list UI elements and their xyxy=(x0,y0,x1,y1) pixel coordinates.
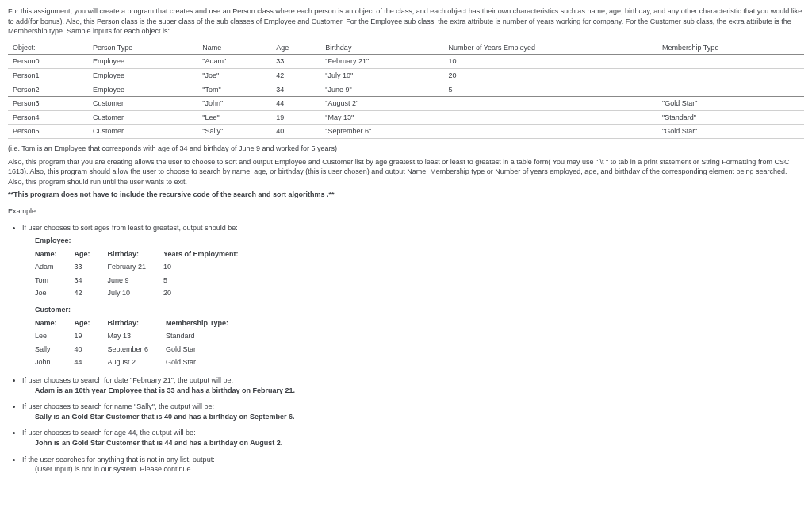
col-years: Number of Years Employed xyxy=(443,41,657,55)
table-row: Lee19May 13Standard xyxy=(35,329,246,343)
table-row: John44August 2Gold Star xyxy=(35,356,246,369)
bullet-text: If user chooses to search for date "Febr… xyxy=(22,376,233,384)
table-row: Sally40September 6Gold Star xyxy=(35,343,246,356)
table-row: Person4Customer"Lee"19"May 13""Standard" xyxy=(8,110,804,125)
bullet-sort: If user chooses to sort ages from least … xyxy=(22,223,804,370)
table-row: Person2Employee"Tom"34"June 9"5 xyxy=(8,83,804,97)
table-row: Joe42July 1020 xyxy=(35,287,256,300)
sample-table: Object: Person Type Name Age Birthday Nu… xyxy=(8,41,804,139)
bullet-search-notfound: If the user searches for anything that i… xyxy=(22,455,804,475)
bullet-search-age: If user chooses to search for age 44, th… xyxy=(22,428,804,448)
col-object: Object: xyxy=(8,41,88,55)
note-example-tom: (i.e. Tom is an Employee that correspond… xyxy=(8,144,804,154)
table-row: Person3Customer"John"44"August 2""Gold S… xyxy=(8,97,804,111)
bullet-search-name: If user chooses to search for name "Sall… xyxy=(22,402,804,421)
employee-label: Employee: xyxy=(35,236,804,246)
output-text: Sally is an Gold Star Customer that is 4… xyxy=(35,412,804,422)
employee-table: Name:Age:Birthday:Years of Employment: A… xyxy=(35,248,256,300)
table-row: Person0Employee"Adam"33"February 21"10 xyxy=(8,55,804,69)
customer-table: Name:Age:Birthday:Membership Type: Lee19… xyxy=(35,317,246,369)
output-text: (User Input) is not in our system. Pleas… xyxy=(35,464,804,475)
output-text: Adam is an 10th year Employee that is 33… xyxy=(35,386,804,396)
table-row: Person5Customer"Sally"40"September 6""Go… xyxy=(8,125,804,139)
table-row: Person1Employee"Joe"42"July 10"20 xyxy=(8,68,804,83)
customer-label: Customer: xyxy=(35,305,804,315)
table-row: Tom34June 95 xyxy=(35,274,256,287)
bullet-text: If user chooses to search for name "Sall… xyxy=(22,402,214,410)
note-program-desc: Also, this program that you are creating… xyxy=(8,157,804,187)
assignment-intro: For this assignment, you will create a p… xyxy=(8,6,804,37)
col-age: Age xyxy=(271,41,320,55)
bullet-text: If user chooses to search for age 44, th… xyxy=(22,429,196,437)
col-name: Name xyxy=(197,41,271,55)
bullet-search-date: If user chooses to search for date "Febr… xyxy=(22,375,804,395)
col-membership: Membership Type xyxy=(657,41,804,55)
bullet-text: If the user searches for anything that i… xyxy=(22,456,215,464)
col-birthday: Birthday xyxy=(320,41,443,55)
bullet-sort-text: If user chooses to sort ages from least … xyxy=(22,224,238,232)
example-label: Example: xyxy=(8,206,804,217)
output-text: John is an Gold Star Customer that is 44… xyxy=(35,438,804,448)
col-type: Person Type xyxy=(88,41,197,55)
note-recursive: **This program does not have to include … xyxy=(8,190,804,200)
table-row: Adam33February 2110 xyxy=(35,260,256,274)
